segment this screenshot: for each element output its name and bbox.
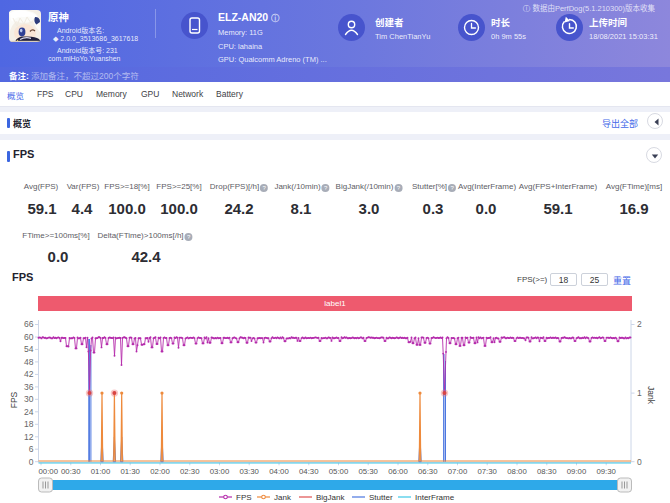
- svg-text:18: 18: [24, 419, 34, 429]
- svg-text:12: 12: [24, 432, 34, 442]
- svg-text:2: 2: [637, 319, 642, 329]
- svg-text:60: 60: [24, 332, 34, 342]
- svg-text:48: 48: [24, 357, 34, 367]
- svg-text:01:00: 01:00: [91, 467, 111, 476]
- svg-text:02:00: 02:00: [150, 467, 170, 476]
- svg-text:02:30: 02:30: [180, 467, 200, 476]
- svg-text:04:30: 04:30: [299, 467, 319, 476]
- svg-text:08:30: 08:30: [537, 467, 557, 476]
- svg-text:08:00: 08:00: [507, 467, 527, 476]
- svg-text:06:00: 06:00: [388, 467, 408, 476]
- svg-text:BigJank: BigJank: [316, 493, 345, 502]
- svg-text:Jank: Jank: [274, 493, 292, 502]
- svg-text:6: 6: [29, 444, 34, 454]
- svg-text:42: 42: [24, 369, 34, 379]
- svg-text:04:00: 04:00: [269, 467, 289, 476]
- svg-text:36: 36: [24, 382, 34, 392]
- svg-text:03:00: 03:00: [210, 467, 230, 476]
- svg-text:01:30: 01:30: [120, 467, 140, 476]
- svg-text:07:30: 07:30: [477, 467, 497, 476]
- svg-text:06:30: 06:30: [418, 467, 438, 476]
- svg-text:09:00: 09:00: [567, 467, 587, 476]
- svg-text:1: 1: [637, 388, 642, 398]
- svg-text:05:30: 05:30: [358, 467, 378, 476]
- svg-text:03:30: 03:30: [239, 467, 259, 476]
- svg-text:Jank: Jank: [646, 386, 656, 405]
- svg-text:00:00: 00:00: [39, 467, 59, 476]
- svg-text:FPS: FPS: [236, 493, 252, 502]
- svg-text:FPS: FPS: [9, 391, 19, 408]
- svg-text:05:00: 05:00: [329, 467, 349, 476]
- svg-text:54: 54: [24, 344, 34, 354]
- svg-text:07:00: 07:00: [448, 467, 468, 476]
- svg-text:InterFrame: InterFrame: [415, 493, 455, 502]
- svg-text:00:30: 00:30: [61, 467, 81, 476]
- svg-text:24: 24: [24, 407, 34, 417]
- svg-text:30: 30: [24, 394, 34, 404]
- svg-text:Stutter: Stutter: [369, 493, 393, 502]
- svg-text:0: 0: [637, 457, 642, 467]
- svg-text:0: 0: [29, 457, 34, 467]
- svg-text:66: 66: [24, 319, 34, 329]
- svg-text:09:30: 09:30: [596, 467, 616, 476]
